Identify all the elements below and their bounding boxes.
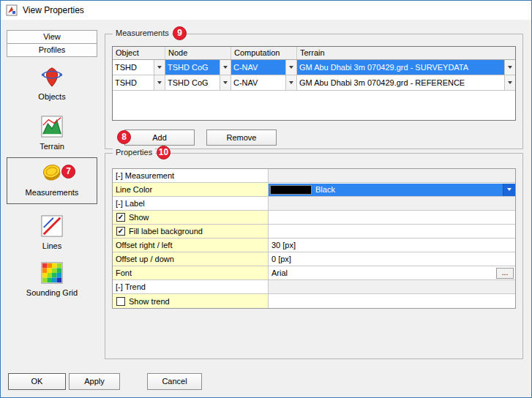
font-field[interactable]: Arial ... <box>269 266 515 279</box>
add-button[interactable]: Add <box>124 129 195 146</box>
measurements-table: Object Node Computation Terrain TSHD TSH… <box>112 46 516 121</box>
terrain-combobox[interactable]: GM Abu Dhabi 3m 070429.grd - SURVEYDATA <box>297 60 515 75</box>
category-value <box>269 197 515 210</box>
terrain-combobox[interactable]: GM Abu Dhabi 3m 070429.grd - REFERENCE <box>297 75 515 90</box>
dropdown-button[interactable] <box>504 60 515 75</box>
sidebar-item-label: Lines <box>42 241 61 250</box>
dropdown-arrow-icon <box>289 81 293 84</box>
tab-view[interactable]: View <box>7 30 97 44</box>
dropdown-button[interactable] <box>503 184 515 196</box>
property-row-line-color: Line Color Black <box>113 183 515 197</box>
color-swatch <box>270 185 312 195</box>
property-row-fill-label-background: ✓ Fill label background <box>113 225 515 239</box>
property-row-offset-up-down: Offset up / down 0 [px] <box>113 252 515 266</box>
object-combobox[interactable]: TSHD <box>113 60 165 75</box>
sidebar-item-objects[interactable]: Objects <box>7 62 97 108</box>
table-row: TSHD TSHD CoG C-NAV GM Abu Dhabi 3m 0704… <box>113 75 515 91</box>
dropdown-arrow-icon <box>157 81 162 84</box>
combo-value: C-NAV <box>231 60 285 75</box>
sidebar-item-sounding-grid[interactable]: Sounding Grid <box>7 258 97 304</box>
property-value: Black <box>269 183 515 196</box>
combo-value: GM Abu Dhabi 3m 070429.grd - REFERENCE <box>297 75 504 90</box>
measurements-icon <box>41 162 63 184</box>
dropdown-button[interactable] <box>504 75 515 90</box>
property-row-offset-right-left: Offset right / left 30 [px] <box>113 239 515 252</box>
offset-up-down-field[interactable]: 0 [px] <box>269 252 515 266</box>
category-label: [-] Trend <box>113 280 269 293</box>
table-header: Object Node Computation Terrain <box>113 47 515 60</box>
tab-profiles[interactable]: Profiles <box>7 43 97 57</box>
line-color-combobox[interactable]: Black <box>269 184 515 196</box>
font-value: Arial <box>271 266 496 279</box>
window-title: View Properties <box>23 5 84 15</box>
computation-combobox[interactable]: C-NAV <box>231 60 297 75</box>
property-label: Offset right / left <box>113 239 269 252</box>
dropdown-arrow-icon <box>223 81 228 84</box>
color-name: Black <box>312 183 503 196</box>
annotation-badge-10: 10 <box>157 146 171 159</box>
column-header-object: Object <box>113 47 165 59</box>
cancel-button[interactable]: Cancel <box>147 373 202 390</box>
show-trend-checkbox[interactable] <box>116 297 125 306</box>
category-row-trend[interactable]: [-] Trend <box>113 280 515 294</box>
title-bar: View Properties <box>1 1 531 20</box>
dropdown-arrow-icon <box>507 188 512 191</box>
property-label: Line Color <box>113 183 269 196</box>
column-header-terrain: Terrain <box>297 47 515 59</box>
apply-button[interactable]: Apply <box>69 373 120 390</box>
dropdown-button[interactable] <box>154 75 165 90</box>
remove-button[interactable]: Remove <box>206 129 277 146</box>
sidebar-item-measurements[interactable]: Measurements 7 <box>7 157 97 204</box>
property-label: ✓ Show <box>113 211 269 224</box>
offset-right-left-field[interactable]: 30 [px] <box>269 239 515 252</box>
computation-combobox[interactable]: C-NAV <box>231 75 297 90</box>
properties-group-label: Properties <box>113 148 155 157</box>
category-row-measurement[interactable]: [-] Measurement <box>113 169 515 183</box>
show-checkbox[interactable]: ✓ <box>116 213 125 222</box>
node-combobox[interactable]: TSHD CoG <box>165 75 231 90</box>
app-icon <box>6 4 18 16</box>
property-value <box>269 211 515 224</box>
measurements-group: Measurements 9 Object Node Computation T… <box>105 34 523 149</box>
object-combobox[interactable]: TSHD <box>113 75 165 90</box>
property-value <box>269 225 515 238</box>
annotation-badge-7: 7 <box>61 165 75 179</box>
annotation-badge-9: 9 <box>173 26 187 40</box>
sounding-grid-icon <box>41 262 63 284</box>
category-value <box>269 169 515 182</box>
sidebar-item-label: Measurements <box>26 188 79 197</box>
measurements-group-label: Measurements <box>113 29 172 37</box>
dropdown-arrow-icon <box>289 66 293 69</box>
dropdown-button[interactable] <box>154 60 165 75</box>
dropdown-arrow-icon <box>508 81 512 84</box>
category-row-label[interactable]: [-] Label <box>113 197 515 211</box>
combo-value: C-NAV <box>231 75 285 90</box>
properties-group: Properties 10 [-] Measurement Line Color… <box>105 153 523 359</box>
combo-value: TSHD CoG <box>165 60 220 75</box>
property-row-font: Font Arial ... <box>113 266 515 280</box>
dropdown-button[interactable] <box>220 60 231 75</box>
category-label: [-] Measurement <box>113 169 269 182</box>
dropdown-arrow-icon <box>223 66 228 69</box>
sidebar-item-label: Terrain <box>40 142 64 151</box>
column-header-node: Node <box>165 47 231 59</box>
property-row-show: ✓ Show <box>113 211 515 225</box>
category-label: [-] Label <box>113 197 269 210</box>
sidebar-item-lines[interactable]: Lines <box>7 211 97 257</box>
column-header-computation: Computation <box>231 47 297 59</box>
annotation-badge-8: 8 <box>117 130 131 144</box>
dropdown-button[interactable] <box>285 60 296 75</box>
font-browse-button[interactable]: ... <box>496 268 514 279</box>
property-label: Show trend <box>113 294 269 308</box>
category-value <box>269 280 515 293</box>
property-grid: [-] Measurement Line Color Black [-] Lab… <box>112 168 516 309</box>
fill-label-background-checkbox[interactable]: ✓ <box>116 227 125 236</box>
dropdown-button[interactable] <box>285 75 296 90</box>
property-label: Offset up / down <box>113 252 269 266</box>
property-value <box>269 294 515 308</box>
node-combobox[interactable]: TSHD CoG <box>165 60 231 75</box>
sidebar-item-terrain[interactable]: Terrain <box>7 112 97 157</box>
ok-button[interactable]: OK <box>8 373 66 390</box>
dropdown-button[interactable] <box>220 75 231 90</box>
view-properties-dialog: View Properties View Profiles Objects Te… <box>0 0 532 398</box>
